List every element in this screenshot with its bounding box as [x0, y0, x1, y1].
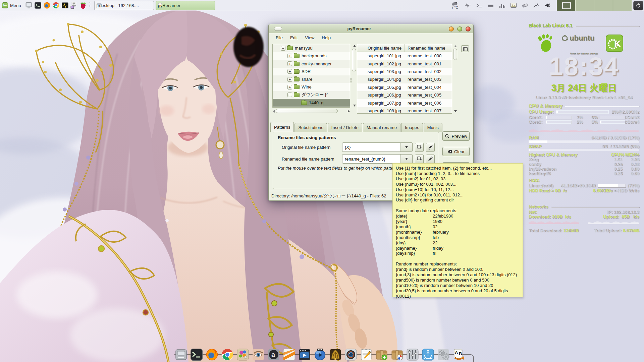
terminal-dock-item[interactable]	[190, 348, 203, 361]
tree-expander[interactable]: +	[287, 69, 292, 74]
column-options-button[interactable]	[461, 45, 469, 52]
text-editor-dock-item[interactable]	[360, 348, 373, 361]
column-renamed[interactable]: Renamed file name	[405, 44, 445, 52]
tree-item-backgrounds[interactable]: +backgrounds	[273, 52, 350, 60]
tab-patterns[interactable]: Patterns	[270, 122, 294, 132]
file-list[interactable]: Original file name Renamed file name sup…	[357, 44, 452, 114]
eraser-icon[interactable]	[522, 2, 528, 9]
power-button[interactable]	[633, 1, 643, 10]
menu-view[interactable]: View	[301, 34, 318, 42]
tree-item-share[interactable]: +share	[273, 75, 350, 83]
tree-item-conky-manager[interactable]: +conky-manager	[273, 60, 350, 68]
column-original[interactable]: Original file name	[357, 44, 405, 52]
tree-vertical-scrollbar[interactable]	[352, 44, 357, 108]
package-sync-dock-item[interactable]	[390, 348, 404, 361]
gears-dock-item[interactable]	[437, 348, 450, 361]
tab-manual-rename[interactable]: Manual rename	[363, 123, 400, 132]
close-button[interactable]	[466, 26, 471, 32]
firefox-dock-item[interactable]	[205, 348, 219, 361]
raspberry-launcher[interactable]	[79, 2, 87, 9]
amarok-dock-item[interactable]: a	[267, 348, 280, 361]
maximize-button[interactable]	[457, 26, 462, 32]
file-row[interactable]: supergirl_108.jpgrename_test_007	[357, 107, 452, 114]
insert-pattern-icon	[417, 156, 422, 162]
mixer-dock-item[interactable]	[406, 348, 419, 361]
avidemux-dock-item[interactable]	[329, 348, 342, 361]
display-launcher[interactable]	[25, 2, 33, 9]
insert-pattern-button[interactable]	[415, 155, 424, 164]
chrome-launcher[interactable]	[52, 2, 60, 9]
tree-item-mansyuu[interactable]: −mansyuu	[273, 44, 350, 52]
renamer-dock-item[interactable]: AB	[452, 348, 466, 361]
edit-pattern-button[interactable]	[426, 143, 435, 152]
plug-icon[interactable]	[533, 2, 540, 9]
vlc-dock-item[interactable]	[282, 348, 296, 361]
volume-icon[interactable]	[544, 2, 551, 9]
weather-indicator[interactable]: 7 °C	[451, 0, 458, 11]
menu-button[interactable]: lm Menu	[0, 0, 24, 11]
dropdown-arrow-icon[interactable]	[400, 143, 412, 152]
tab-substitutions[interactable]: Substitutions	[294, 123, 327, 132]
workspace-4[interactable]	[613, 0, 632, 11]
oscilloscope-launcher[interactable]	[61, 2, 69, 9]
tab-music[interactable]: Music	[424, 123, 442, 132]
clear-button[interactable]: Clear	[442, 147, 470, 156]
tree-expander[interactable]: +	[287, 61, 292, 66]
file-row[interactable]: supergirl_106.jpgrename_test_005	[357, 91, 452, 99]
directory-tree[interactable]: −mansyuu+backgrounds+conky-manager+SDR+s…	[272, 44, 350, 108]
menu-file[interactable]: File	[272, 34, 286, 42]
insert-pattern-button[interactable]	[415, 143, 424, 152]
original-pattern-input[interactable]: {X}	[342, 142, 413, 152]
paned-splitter[interactable]	[351, 78, 352, 83]
tree-item-SDR[interactable]: +SDR	[273, 68, 350, 75]
movie-player-dock-item[interactable]	[313, 348, 327, 361]
terminal-launcher[interactable]	[34, 2, 42, 9]
anchor-dock-item[interactable]	[421, 348, 435, 361]
file-row[interactable]: supergirl_103.jpgrename_test_002	[357, 68, 452, 75]
workspace-1[interactable]	[557, 0, 576, 11]
workspace-3[interactable]	[594, 0, 613, 11]
taskbar-item-1[interactable]: aspyRenamer	[156, 1, 215, 10]
dropdown-arrow-icon[interactable]	[400, 155, 412, 163]
renamed-pattern-input[interactable]: rename_test_{num3}	[342, 154, 413, 164]
tree-expander[interactable]: +	[287, 85, 292, 89]
tree-expander[interactable]: +	[287, 77, 292, 82]
tree-item-1440_g[interactable]: 1440_g	[273, 99, 350, 107]
tree-horizontal-scrollbar[interactable]	[272, 109, 350, 114]
camera-dock-item[interactable]	[344, 348, 358, 361]
eye-dock-item[interactable]	[252, 348, 265, 361]
tree-item-ダウンロード[interactable]: −ダウンロード	[273, 91, 350, 99]
titlebar[interactable]: pyRenamer	[269, 24, 473, 33]
image-icon[interactable]	[510, 2, 517, 9]
menu-help[interactable]: Help	[318, 34, 334, 42]
tree-expander[interactable]: −	[287, 93, 292, 97]
file-row[interactable]: supergirl_107.jpgrename_test_006	[357, 99, 452, 107]
chrome-dock-item[interactable]	[221, 348, 234, 361]
menu-edit[interactable]: Edit	[286, 34, 301, 42]
edit-pattern-button[interactable]	[426, 155, 435, 164]
preview-button[interactable]: Preview	[442, 131, 470, 141]
prompt-icon[interactable]	[476, 2, 483, 9]
workspace-2[interactable]	[576, 0, 594, 11]
tab-images[interactable]: Images	[401, 123, 423, 132]
file-row[interactable]: supergirl_105.jpgrename_test_004	[357, 83, 452, 91]
file-row[interactable]: supergirl_104.jpgrename_test_003	[357, 75, 452, 83]
taskbar-item-0[interactable]: [rdesktop - 192.168....	[94, 1, 154, 10]
circuit-tool-launcher[interactable]	[70, 2, 78, 9]
lines-icon[interactable]	[487, 2, 494, 9]
tree-expander[interactable]: −	[281, 46, 285, 51]
paint-dock-item[interactable]	[236, 348, 250, 361]
file-manager-dock-item[interactable]	[174, 348, 188, 361]
bars-icon[interactable]	[499, 2, 505, 9]
package-down-dock-item[interactable]	[375, 348, 388, 361]
tab-insert-delete[interactable]: Insert / Delete	[328, 123, 362, 132]
firefox-launcher[interactable]	[43, 2, 51, 9]
file-row[interactable]: supergirl_102.jpgrename_test_001	[357, 60, 452, 67]
pulse-icon[interactable]	[465, 2, 471, 9]
minimize-button[interactable]	[449, 26, 454, 32]
list-vertical-scrollbar[interactable]	[453, 45, 458, 113]
tree-expander[interactable]: +	[287, 54, 292, 58]
video-player-dock-item[interactable]	[298, 348, 311, 361]
tree-item-Wine[interactable]: +Wine	[273, 83, 350, 91]
file-row[interactable]: supergirl_101.jpgrename_test_000	[357, 52, 452, 60]
